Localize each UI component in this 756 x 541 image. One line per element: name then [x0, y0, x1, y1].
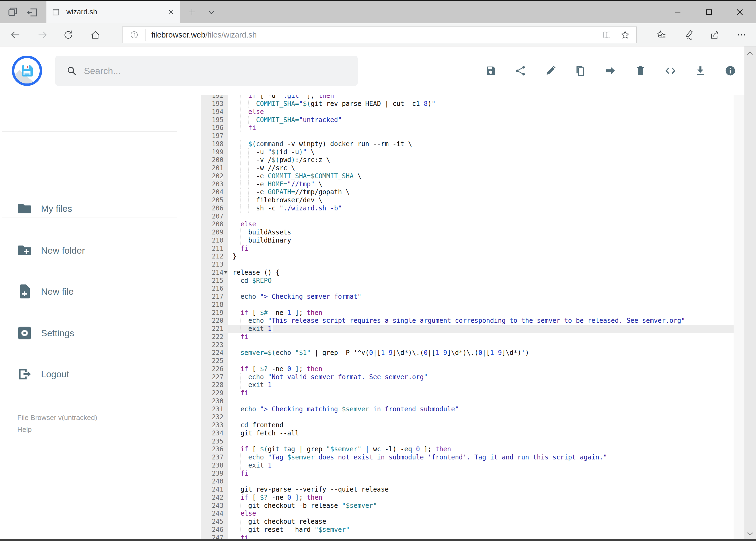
code-text: echo "> Checking matching $semver in fro…	[233, 405, 459, 413]
download-icon[interactable]	[685, 46, 715, 95]
line-number: 219	[201, 309, 228, 317]
help-link[interactable]: Help	[17, 423, 97, 435]
address-bar[interactable]: filebrowser.web/files/wizard.sh	[122, 26, 637, 43]
share-icon[interactable]	[710, 30, 720, 40]
search-input[interactable]: Search...	[55, 56, 358, 86]
sidebar-item-my-files[interactable]: My files	[0, 194, 189, 224]
site-info-icon[interactable]	[129, 30, 139, 39]
code-text: fi	[233, 389, 248, 397]
line-number: 210	[201, 237, 228, 245]
window-close-button[interactable]	[734, 7, 745, 18]
line-number: 234	[201, 429, 228, 437]
info-icon[interactable]	[715, 46, 745, 95]
line-number: 208	[201, 221, 228, 229]
line-number: 222	[201, 333, 228, 341]
line-number: 232	[201, 413, 228, 421]
reading-view-icon[interactable]	[602, 30, 611, 39]
code-line-238: 238 exit 1	[201, 462, 734, 470]
scroll-down-icon[interactable]	[746, 529, 754, 538]
code-line-201: 201 -w //src \	[201, 164, 734, 172]
rename-icon[interactable]	[536, 46, 566, 95]
save-icon[interactable]	[476, 46, 506, 95]
code-editor[interactable]: 192 if [ -d ".git" ]; then193 COMMIT_SHA…	[201, 95, 756, 541]
browser-tab[interactable]: wizard.sh	[46, 1, 180, 23]
scroll-up-icon[interactable]	[746, 49, 754, 58]
tab-close-icon[interactable]	[167, 8, 175, 16]
indent-guide	[248, 116, 249, 124]
code-text: -u "$(id -u)" \	[233, 148, 315, 156]
sidebar-item-logout[interactable]: Logout	[0, 359, 189, 389]
code-line-194: 194 else	[201, 108, 734, 116]
code-text: -v /$(pwd):/src:z \	[233, 156, 330, 164]
code-text: if [ -d ".git" ]; then	[233, 95, 334, 100]
line-number: 206	[201, 205, 228, 213]
code-line-195: 195 COMMIT_SHA="untracked"	[201, 116, 734, 124]
favorite-star-icon[interactable]	[621, 30, 630, 39]
indent-guide	[240, 156, 241, 164]
window-minimize-button[interactable]	[672, 7, 683, 18]
code-text: fi	[233, 245, 248, 253]
code-line-236: 236 if [ $(git tag | grep "$semver" | wc…	[201, 445, 734, 453]
code-line-222: 222 fi	[201, 333, 734, 341]
line-number: 218	[201, 301, 228, 309]
tab-list-chevron-icon[interactable]	[207, 8, 215, 16]
sidebar-divider	[2, 131, 177, 132]
code-text: git checkout -b release "$semver"	[233, 502, 377, 510]
line-number: 200	[201, 156, 228, 164]
line-number: 199	[201, 148, 228, 156]
editor-scroll-filler	[734, 95, 744, 541]
filebrowser-logo[interactable]	[12, 56, 42, 86]
more-menu-icon[interactable]	[736, 30, 747, 40]
line-number: 229	[201, 389, 228, 397]
line-number: 236	[201, 445, 228, 453]
sidebar-item-new-file[interactable]: New file	[0, 276, 189, 306]
sidebar-item-new-folder[interactable]: New folder	[0, 236, 189, 265]
indent-guide	[240, 237, 241, 245]
code-text: else	[233, 108, 264, 116]
code-text: else	[233, 221, 256, 229]
indent-guide	[240, 381, 241, 389]
fold-marker-icon[interactable]	[224, 271, 227, 273]
new-tab-button[interactable]	[187, 7, 196, 16]
page-icon	[51, 8, 61, 17]
code-line-197: 197	[201, 132, 734, 140]
window-maximize-button[interactable]	[704, 7, 714, 18]
code-text: semver=$(echo "$1" | grep -P '^v(0|[1-9]…	[233, 349, 529, 357]
url-text[interactable]: filebrowser.web/files/wizard.sh	[151, 31, 602, 39]
forward-icon[interactable]	[37, 30, 48, 40]
share-icon[interactable]	[506, 46, 536, 95]
set-tabs-aside-icon[interactable]	[26, 6, 39, 19]
url-host: filebrowser.web	[151, 31, 205, 39]
code-line-221: 221 exit 1	[201, 325, 734, 333]
delete-icon[interactable]	[626, 46, 655, 95]
sidebar-item-label: Settings	[41, 328, 74, 338]
line-number: 207	[201, 213, 228, 221]
tab-preview-icon[interactable]	[6, 6, 19, 19]
hub-favorites-icon[interactable]	[656, 30, 667, 40]
page-scrollbar[interactable]	[744, 46, 756, 541]
line-number: 238	[201, 462, 228, 470]
indent-guide	[248, 196, 249, 205]
copy-icon[interactable]	[566, 46, 596, 95]
move-icon[interactable]	[596, 46, 626, 95]
line-number: 242	[201, 494, 228, 502]
code-line-215: 215 cd $REPO	[201, 277, 734, 285]
indent-guide	[240, 116, 241, 124]
code-text: fi	[233, 333, 248, 341]
sidebar-item-settings[interactable]: Settings	[0, 318, 189, 348]
home-icon[interactable]	[90, 30, 101, 40]
code-line-213: 213	[201, 261, 734, 269]
line-number: 224	[201, 349, 228, 357]
line-number: 202	[201, 172, 228, 181]
raw-code-icon[interactable]	[655, 46, 685, 95]
code-line-204: 204 -e GOPATH=//tmp/gopath \	[201, 188, 734, 196]
annotate-pen-icon[interactable]	[683, 30, 694, 40]
code-text: if [ $? -ne 0 ]; then	[233, 494, 322, 502]
indent-guide	[240, 205, 241, 213]
code-line-202: 202 -e COMMIT_SHA=$COMMIT_SHA \	[201, 172, 734, 181]
code-line-210: 210 buildBinary	[201, 237, 734, 245]
code-line-193: 193 COMMIT_SHA="$(git rev-parse HEAD | c…	[201, 100, 734, 108]
refresh-icon[interactable]	[63, 30, 74, 40]
indent-guide	[240, 453, 241, 462]
back-icon[interactable]	[10, 30, 21, 40]
